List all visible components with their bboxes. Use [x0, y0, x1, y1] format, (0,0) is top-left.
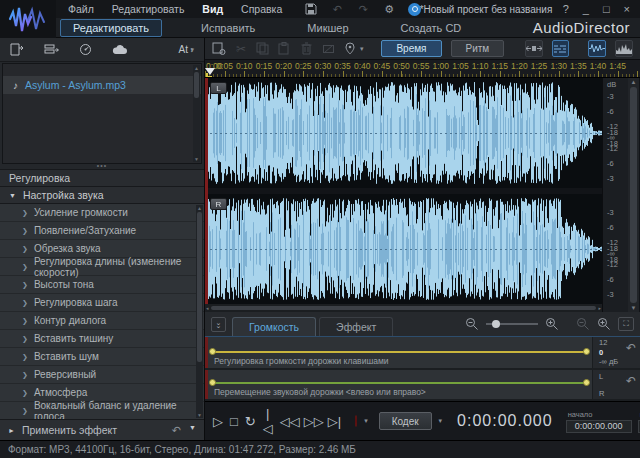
tab-Громкость[interactable]: Громкость — [232, 317, 316, 336]
keyframe-dot[interactable] — [583, 379, 590, 386]
stop-button[interactable]: □ — [230, 414, 238, 429]
library-scrollbar[interactable]: ▲▼ — [193, 65, 200, 162]
keyframe-dot[interactable] — [209, 379, 216, 386]
group-audio-setup[interactable]: ▼ Настройка звука — [0, 186, 204, 204]
chevron-down-icon[interactable]: ▼ — [189, 424, 196, 437]
import-media-icon[interactable] — [10, 43, 24, 56]
adjustment-item[interactable]: ❯Вокальный баланс и удаление голоса — [0, 402, 204, 419]
redo-icon[interactable]: ↷ — [356, 2, 370, 16]
editor-toolbar: ✂ ▾ Время Ритм — [205, 38, 640, 60]
record-button[interactable] — [355, 415, 357, 427]
mix-panel-toggle-icon[interactable] — [552, 40, 568, 57]
batch-import-icon[interactable] — [44, 44, 59, 56]
fit-project-icon[interactable]: ⛶ — [618, 317, 634, 331]
collapse-panel-icon[interactable]: ⌄⌄ — [211, 317, 226, 332]
mix-panel-tabbar: ⌄⌄ ГромкостьЭффект ⛶ — [205, 312, 640, 337]
marker-dropdown-icon[interactable]: ▾ — [360, 45, 364, 53]
channel-left-badge[interactable]: L — [210, 82, 227, 94]
menu-item[interactable]: Вид — [202, 3, 223, 15]
adjustment-item[interactable]: ❯Реверсивный — [0, 366, 204, 384]
marker-pin-icon[interactable] — [344, 41, 356, 57]
ruler-label: 1:10 — [472, 61, 489, 71]
paste-icon[interactable] — [278, 41, 291, 57]
editor-panel: ✂ ▾ Время Ритм — [205, 38, 640, 440]
go-to-start-button[interactable]: |◁ — [263, 406, 273, 436]
maximize-icon[interactable]: □ — [603, 3, 610, 15]
cut-icon[interactable]: ✂ — [235, 41, 247, 57]
waveform-channel-left[interactable]: L — [205, 78, 602, 188]
spectral-view-icon[interactable] — [615, 40, 633, 57]
undo-icon[interactable]: ↶ — [330, 2, 344, 16]
codec-button[interactable]: Кодек — [379, 412, 432, 430]
adjustment-header: Регулировка — [0, 169, 204, 186]
pan-keyframe-row[interactable]: Перемещение звуковой дорожки <влево или … — [205, 370, 640, 401]
beat-mode-button[interactable]: Ритм — [451, 40, 505, 57]
record-dropdown-icon[interactable]: ▾ — [364, 417, 368, 425]
adjustment-item[interactable]: ❯Появление/Затухание — [0, 222, 204, 240]
codec-dropdown-icon[interactable]: ▾ — [439, 417, 443, 425]
timeline-ruler[interactable]: 0:000:050:100:150:200:250:300:350:400:45… — [205, 60, 640, 78]
copy-icon[interactable] — [256, 41, 269, 57]
tab-Эффект[interactable]: Эффект — [319, 317, 393, 336]
list-item-audio-file[interactable]: ♪ Asylum - Asylum.mp3 — [3, 76, 201, 94]
db-label: -3 — [607, 174, 614, 183]
menu-item[interactable]: Редактировать — [112, 3, 185, 15]
sort-button[interactable]: At↕▾ — [179, 44, 194, 55]
tab-Исправить[interactable]: Исправить — [188, 19, 268, 37]
volume-keyframe-row[interactable]: Регулировка громкости дорожки клавишами … — [205, 337, 640, 370]
field-value[interactable]: 0:00:00.000 — [566, 420, 632, 433]
waveform-channel-right[interactable]: R — [205, 194, 602, 304]
tab-Микшер[interactable]: Микшер — [294, 19, 361, 37]
menu-item[interactable]: Справка — [241, 3, 282, 15]
tab-Редактировать[interactable]: Редактировать — [60, 19, 162, 37]
adjustment-item[interactable]: ❯Регулировка длины (изменение скорости) — [0, 258, 204, 276]
fast-forward-button[interactable]: ▷▷ — [304, 414, 321, 429]
adjustment-item[interactable]: ❯Усиление громкости — [0, 204, 204, 222]
db-label: -12 — [607, 260, 618, 269]
close-icon[interactable]: × — [624, 3, 630, 15]
time-mode-button[interactable]: Время — [381, 40, 441, 57]
keyframe-dot[interactable] — [209, 348, 216, 355]
waveform-hscrollbar[interactable]: ◂▸ — [205, 304, 602, 312]
reset-volume-icon[interactable]: ↶ — [626, 341, 636, 355]
zoom-in-v-icon[interactable] — [597, 317, 611, 331]
adjustment-item[interactable]: ❯Вставить шум — [0, 348, 204, 366]
apply-effect-section[interactable]: ► Применить эффект ↶ ▼ — [0, 419, 204, 440]
play-button[interactable]: ▷ — [213, 414, 223, 429]
reset-icon[interactable]: ↶ — [172, 424, 181, 437]
delete-icon[interactable] — [300, 41, 312, 57]
zoom-out-h-icon[interactable] — [465, 317, 479, 331]
library-toolbar: At↕▾ — [0, 38, 204, 62]
cloud-download-icon[interactable] — [112, 44, 128, 55]
zoom-in-h-icon[interactable] — [545, 317, 559, 331]
reset-pan-icon[interactable]: ↶ — [626, 374, 636, 388]
channel-right-badge[interactable]: R — [210, 198, 227, 210]
playhead-marker-icon[interactable] — [205, 68, 215, 75]
go-to-end-button[interactable]: ▷| — [328, 414, 341, 429]
adjust-clip-icon[interactable] — [212, 41, 226, 57]
waveform-view-icon[interactable] — [588, 40, 606, 57]
save-icon[interactable] — [304, 2, 318, 16]
adjustment-item[interactable]: ❯Регулировка шага — [0, 294, 204, 312]
menu-item[interactable]: Файл — [68, 3, 94, 15]
adjustment-item[interactable]: ❯Вставить тишину — [0, 330, 204, 348]
ruler-label: 1:35 — [570, 61, 587, 71]
trim-icon[interactable] — [322, 41, 335, 57]
adjustment-item[interactable]: ❯Высоты тона — [0, 276, 204, 294]
keyframe-dot[interactable] — [583, 348, 590, 355]
chevron-right-icon: ❯ — [22, 353, 28, 361]
adjustment-scrollbar[interactable]: ▲▼ — [196, 205, 203, 418]
field-label: начало — [566, 410, 632, 419]
db-label: -3 — [607, 92, 614, 101]
tab-Создать CD[interactable]: Создать CD — [388, 19, 475, 37]
loop-button[interactable]: ↻ — [245, 414, 256, 429]
db-label: -6 — [607, 223, 614, 232]
waveform-vscrollbar[interactable]: ▲▼ — [628, 78, 639, 312]
zoom-out-v-icon[interactable] — [576, 317, 590, 331]
rewind-button[interactable]: ◁◁ — [280, 414, 297, 429]
ruler-label: 1:45 — [609, 61, 626, 71]
adjustment-item[interactable]: ❯Контур диалога — [0, 312, 204, 330]
stretch-waveform-icon[interactable] — [525, 40, 543, 57]
zoom-slider[interactable] — [486, 323, 538, 325]
record-audio-icon[interactable] — [79, 43, 92, 56]
